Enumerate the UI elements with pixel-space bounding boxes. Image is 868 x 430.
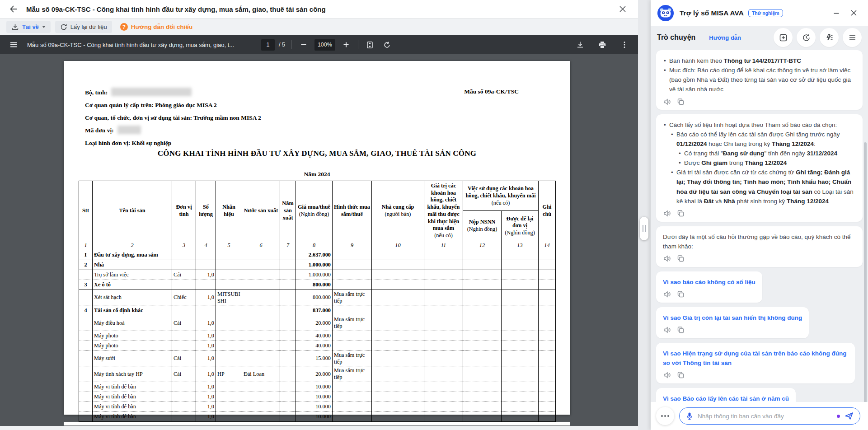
table-row: IĐầu tư xây dựng, mua sắm2.637.000: [79, 250, 556, 260]
prompt-library-button[interactable]: [820, 28, 839, 47]
document-title: CÔNG KHAI TÌNH HÌNH ĐẦU TƯ XÂY DỰNG, MUA…: [64, 149, 570, 158]
pdf-page-controls: / 5 100%: [261, 35, 393, 54]
new-chat-icon: [779, 33, 788, 42]
suggested-question[interactable]: Vì sao Hiện trạng sử dụng của tài sản tr…: [663, 349, 848, 368]
suggested-question-card: Vì sao Hiện trạng sử dụng của tài sản tr…: [656, 343, 855, 383]
read-aloud-button[interactable]: [663, 290, 671, 299]
read-aloud-button[interactable]: [663, 210, 671, 218]
new-chat-button[interactable]: [774, 28, 793, 47]
chat-scrollbar[interactable]: [864, 142, 867, 402]
assistant-header: Trợ lý số MISA AVA Thử nghiệm: [651, 0, 868, 26]
close-icon: [850, 9, 858, 17]
suggested-question[interactable]: Vì sao báo cáo không có số liệu: [663, 277, 755, 287]
copy-icon: [677, 210, 685, 217]
zoom-in-button[interactable]: [341, 39, 352, 50]
pdf-action-buttons: [575, 39, 630, 50]
table-row: Máy sưởiCái1,015.000Mua sắm trực tiếp: [79, 351, 556, 366]
download-icon: [11, 23, 19, 31]
more-options-button[interactable]: [656, 407, 674, 425]
fit-page-button[interactable]: [365, 39, 375, 50]
hamburger-icon: [848, 33, 857, 42]
table-row: Máy photo1,040.000: [79, 341, 556, 351]
message-list: Ban hành kèm theo Thông tư 144/2017/TT-B…: [651, 49, 868, 402]
rotate-icon: [383, 41, 391, 49]
speaker-icon: [663, 371, 671, 379]
assistant-body: Trò chuyện Hướng dẫn Ban h: [651, 26, 868, 402]
download-button[interactable]: Tải về: [6, 21, 51, 33]
pdf-menu-button[interactable]: [8, 39, 19, 50]
message-bullet: Báo cáo có thể lấy lên các tài sản được …: [670, 130, 856, 149]
zoom-level[interactable]: 100%: [314, 39, 335, 51]
page-title: Mẫu số 09a-CK-TSC - Công khai tình hình …: [26, 5, 326, 13]
print-icon: [598, 41, 606, 49]
microphone-icon[interactable]: [685, 412, 694, 420]
history-button[interactable]: [797, 28, 816, 47]
window-close-button[interactable]: [617, 4, 628, 14]
copy-icon: [677, 371, 685, 379]
tab-chat[interactable]: Trò chuyện: [657, 33, 695, 42]
copy-icon: [677, 98, 685, 106]
pdf-toolbar: Mẫu số 09a-CK-TSC - Công khai tình hình …: [0, 35, 638, 54]
refresh-icon: [60, 23, 67, 31]
table-row: 2Nhà1.000.000: [79, 260, 556, 270]
column-number-row: 12 34 56 78 910 1112 1314: [79, 241, 556, 250]
minus-icon: [300, 41, 307, 48]
speaker-icon: [663, 290, 671, 298]
form-number: Mẫu số 09a-CK/TSC: [464, 88, 519, 95]
message-bullet: Cách lấy số liệu linh hoạt dựa theo Tham…: [663, 120, 856, 130]
copy-button[interactable]: [676, 290, 685, 299]
page-number-input[interactable]: [261, 39, 275, 51]
suggested-question[interactable]: Vì sao Báo cáo lấy lên các tài sản ở năm…: [663, 394, 789, 402]
suggested-question-card: Vì sao Giá trị còn lại tài sản hiển thị …: [656, 307, 809, 338]
copy-button[interactable]: [676, 371, 685, 379]
suggested-question-card: Vì sao Báo cáo lấy lên các tài sản ở năm…: [656, 388, 796, 402]
pdf-canvas[interactable]: Mẫu số 09a-CK/TSC Bộ, tỉnh: Cơ quan quản…: [0, 54, 638, 430]
pdf-print-button[interactable]: [597, 39, 608, 50]
table-row: Máy điều hoàCái1,020.000Mua sắm trực tiế…: [79, 315, 556, 331]
send-icon[interactable]: [844, 411, 854, 421]
back-button[interactable]: [8, 4, 19, 14]
pdf-page-2-edge: [64, 422, 570, 425]
page-total-label: / 5: [279, 42, 285, 48]
plus-icon: [343, 41, 350, 48]
read-aloud-button[interactable]: [663, 98, 671, 106]
report-window: Mẫu số 09a-CK-TSC - Công khai tình hình …: [0, 0, 638, 430]
zoom-out-button[interactable]: [298, 39, 309, 50]
info-line: Cơ quan quản lý cấp trên: Phòng giáo dục…: [85, 99, 261, 112]
refresh-data-button[interactable]: Lấy lại dữ liệu: [55, 21, 112, 33]
pdf-horizontal-scrollbar[interactable]: [0, 426, 638, 430]
read-aloud-button[interactable]: [663, 371, 671, 379]
guide-link[interactable]: ? Hướng dẫn đối chiếu: [120, 23, 192, 31]
toolbar-divider: [291, 40, 292, 49]
assistant-minimize-button[interactable]: [831, 8, 842, 19]
copy-icon: [677, 290, 685, 298]
rotate-button[interactable]: [382, 39, 393, 50]
copy-button[interactable]: [676, 255, 685, 263]
message-bullet: Mục đích: Báo cáo dùng để kê khai các th…: [663, 65, 856, 94]
copy-button[interactable]: [676, 98, 685, 106]
message-bullet: Ban hành kèm theo Thông tư 144/2017/TT-B…: [663, 56, 856, 65]
assistant-message: Cách lấy số liệu linh hoạt dựa theo Tham…: [656, 114, 863, 221]
chat-input[interactable]: [698, 413, 833, 420]
pdf-more-button[interactable]: [619, 39, 630, 50]
copy-button[interactable]: [676, 210, 685, 218]
toolbar-divider: [358, 40, 358, 49]
assistant-panel: Trợ lý số MISA AVA Thử nghiệm Trò chuyện…: [651, 0, 868, 430]
chat-input-bar: [651, 402, 868, 430]
pdf-doc-title: Mẫu số 09a-CK-TSC - Công khai tình hình …: [27, 42, 234, 48]
suggested-question[interactable]: Vì sao Giá trị còn lại tài sản hiển thị …: [663, 313, 802, 322]
table-row: 3Xe ô tô800.000: [79, 280, 556, 290]
help-link[interactable]: Hướng dẫn: [709, 34, 741, 41]
refresh-label: Lấy lại dữ liệu: [70, 23, 107, 30]
message-bullet: Có trạng thái "Đang sử dụng" tính đến ng…: [678, 149, 856, 158]
assistant-close-button[interactable]: [848, 8, 859, 19]
message-bullet: Giá trị tài sản được căn cứ từ các chứng…: [670, 168, 856, 206]
read-aloud-button[interactable]: [663, 326, 671, 334]
chevron-down-icon: [42, 26, 46, 28]
info-line: Mã đơn vị:: [85, 124, 261, 137]
read-aloud-button[interactable]: [663, 255, 671, 263]
panel-resize-handle[interactable]: [640, 217, 648, 240]
menu-button[interactable]: [843, 28, 862, 47]
pdf-download-button[interactable]: [575, 39, 586, 50]
copy-button[interactable]: [676, 326, 685, 334]
